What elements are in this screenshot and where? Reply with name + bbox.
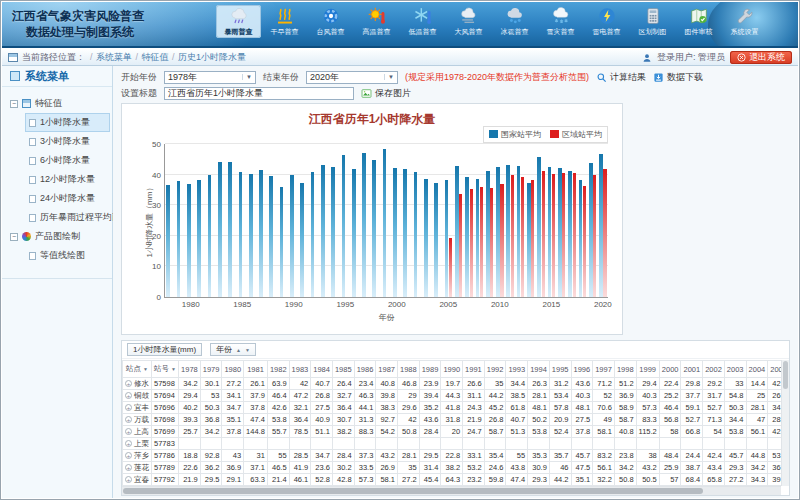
value-cell: 54.2 (376, 426, 398, 438)
value-cell: 144.8 (244, 426, 268, 438)
value-cell: 26.9 (376, 462, 398, 474)
row-expand-icon[interactable]: + (125, 452, 132, 459)
calculate-button[interactable]: 计算结果 (596, 71, 646, 84)
row-expand-icon[interactable]: + (125, 404, 132, 411)
app-window: 江西省气象灾害风险普查 数据处理与制图系统 暴雨普查干旱普查台风普查高温普查低温… (0, 0, 800, 500)
filter-icon[interactable]: ▼ (245, 347, 250, 353)
nav-item-settings[interactable]: 系统设置 (722, 5, 767, 38)
bar-regional (490, 188, 493, 297)
year-col-header: 2005 (768, 361, 781, 378)
value-cell: 83.2 (593, 450, 615, 462)
value-cell: 53.8 (724, 426, 746, 438)
value-cell: 35.3 (528, 450, 550, 462)
bar-regional (470, 189, 473, 297)
breadcrumb-item[interactable]: 系统菜单 (96, 52, 132, 62)
end-year-select[interactable]: 2020年▼ (306, 71, 398, 84)
settings-icon (736, 7, 754, 25)
value-cell: 43.6 (571, 378, 593, 390)
tree-item-6小时降水量[interactable]: 6小时降水量 (25, 151, 110, 170)
nav-item-typhoon[interactable]: 台风普查 (308, 5, 353, 38)
legend-swatch-national (489, 130, 498, 138)
nav-item-snow[interactable]: 雪灾普查 (538, 5, 583, 38)
station-name-cell: +上高 (123, 426, 152, 438)
breadcrumb-item[interactable]: 历史1小时降水量 (178, 52, 246, 62)
nav-item-high-temp[interactable]: 高温普查 (354, 5, 399, 38)
value-cell: 33.1 (463, 450, 485, 462)
bar-national (424, 179, 428, 297)
vertical-scrollbar-thumb[interactable] (783, 361, 788, 389)
station-id-col-header[interactable]: 站号 ▼ (152, 361, 179, 378)
row-expand-icon[interactable]: + (125, 380, 132, 387)
nav-item-review[interactable]: 图件审核 (676, 5, 721, 38)
year-col-header: 1981 (244, 361, 268, 378)
row-expand-icon[interactable]: + (125, 464, 132, 471)
zoning-icon (644, 7, 662, 25)
sidebar: 系统菜单 −特征值1小时降水量3小时降水量6小时降水量12小时降水量24小时降水… (2, 66, 113, 498)
bar-national (269, 176, 273, 297)
value-cell (484, 438, 506, 450)
tree-item-24小时降水量[interactable]: 24小时降水量 (25, 189, 110, 208)
value-cell: 53.8 (528, 426, 550, 438)
tree-group-1[interactable]: −产品图绘制 (4, 227, 110, 246)
tree-group-0[interactable]: −特征值 (4, 94, 110, 113)
row-expand-icon[interactable]: + (125, 416, 132, 423)
row-expand-icon[interactable]: + (125, 476, 132, 483)
nav-item-low-temp[interactable]: 低温普查 (400, 5, 445, 38)
tree-item-3小时降水量[interactable]: 3小时降水量 (25, 132, 110, 151)
value-field-box[interactable]: 1小时降水量(mm) (127, 343, 202, 356)
horizontal-scrollbar-thumb[interactable] (123, 488, 703, 494)
year-col-header: 1989 (419, 361, 441, 378)
bar-national (455, 166, 459, 297)
sort-icon[interactable]: ▲ (236, 347, 241, 353)
collapse-icon[interactable]: − (10, 233, 18, 241)
start-year-select[interactable]: 1978年▼ (164, 71, 256, 84)
value-cell: 42.4 (768, 426, 781, 438)
breadcrumb-item[interactable]: 特征值 (142, 52, 169, 62)
column-field-box[interactable]: 年份▲▼ (210, 343, 256, 356)
logout-button[interactable]: 退出系统 (730, 51, 792, 64)
vertical-scrollbar[interactable] (781, 360, 789, 486)
nav-item-zoning[interactable]: 区划制图 (630, 5, 675, 38)
value-cell: 70.6 (593, 402, 615, 414)
save-image-button[interactable]: 保存图片 (361, 87, 411, 100)
lightning-icon (598, 7, 616, 25)
nav-item-wind[interactable]: 大风普查 (446, 5, 491, 38)
row-expand-icon[interactable]: + (125, 392, 132, 399)
value-cell: 58.1 (593, 426, 615, 438)
row-expand-icon[interactable]: + (125, 428, 132, 435)
collapse-icon[interactable]: − (10, 100, 18, 108)
nav-item-hail[interactable]: 冰雹普查 (492, 5, 537, 38)
nav-item-drought[interactable]: 干旱普查 (262, 5, 307, 38)
value-cell: 46.1 (289, 474, 311, 486)
value-cell: 44.8 (746, 450, 768, 462)
station-col-header[interactable]: 站点 ▼ (123, 361, 152, 378)
breadcrumb-separator: / (169, 52, 179, 62)
x-axis-label: 年份 (379, 312, 395, 323)
bar-national (239, 172, 243, 297)
tree-item-等值线绘图[interactable]: 等值线绘图 (25, 246, 110, 265)
row-expand-icon[interactable]: + (125, 440, 132, 447)
value-cell: 37.7 (681, 390, 703, 402)
value-cell (376, 438, 398, 450)
chart-title-input[interactable]: 江西省历年1小时降水量 (164, 87, 354, 100)
station-id-cell: 57694 (152, 390, 179, 402)
value-cell: 59.1 (681, 402, 703, 414)
tree-item-12小时降水量[interactable]: 12小时降水量 (25, 170, 110, 189)
bar-national (393, 168, 397, 297)
download-button[interactable]: 数据下载 (653, 71, 703, 84)
nav-item-lightning[interactable]: 雷电普查 (584, 5, 629, 38)
tree-item-历年暴雨过程平均雨量[interactable]: 历年暴雨过程平均雨量 (25, 208, 110, 227)
bar-national (331, 167, 335, 297)
tree-item-1小时降水量[interactable]: 1小时降水量 (25, 113, 110, 132)
y-tick-label: 30 (152, 201, 161, 210)
nav-item-rainstorm[interactable]: 暴雨普查 (216, 5, 261, 38)
value-cell: 37.9 (244, 390, 268, 402)
bar-national (187, 184, 191, 297)
bar-national (197, 180, 201, 297)
bar-national (342, 155, 346, 297)
bar-regional (542, 171, 545, 297)
nav-item-label: 冰雹普查 (501, 27, 529, 37)
horizontal-scrollbar[interactable] (122, 486, 781, 495)
value-cell: 58.7 (614, 414, 636, 426)
table-row: +莲花5778922.636.236.937.146.541.923.630.2… (123, 462, 782, 474)
